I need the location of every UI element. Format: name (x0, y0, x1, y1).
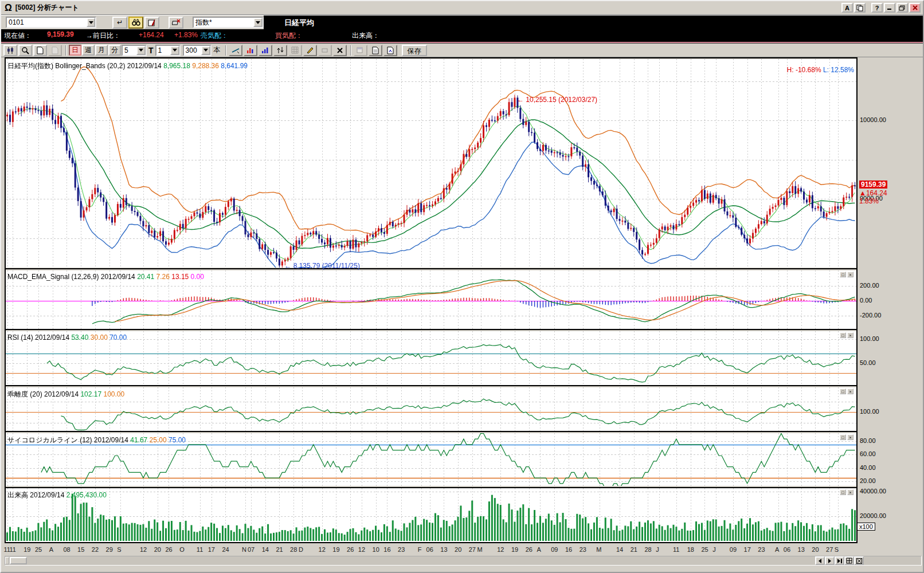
rsi-panel-restore-button[interactable]: □ (840, 332, 846, 338)
load-page-button[interactable] (383, 45, 397, 56)
x-tick: 22 (92, 546, 99, 553)
horizontal-scrollbar[interactable] (5, 556, 922, 566)
panel-close-button[interactable] (854, 556, 864, 565)
app-icon: Ω (5, 3, 12, 13)
x-tick: M (477, 546, 483, 553)
x-tick: 16 (565, 546, 572, 553)
sort-arrows-button[interactable] (273, 45, 287, 56)
save-button[interactable]: 保存 (402, 45, 427, 56)
title-bar: Ω [5002] 分析チャート A ? (1, 1, 923, 15)
x-tick: 12 (497, 546, 504, 553)
x-tick: 14 (616, 546, 623, 553)
x-tick: 25 (35, 546, 42, 553)
chevron-down-icon[interactable] (136, 46, 146, 55)
x-tick: 27 (469, 546, 476, 553)
period-week-button[interactable]: 週 (82, 45, 95, 56)
page-copy-button[interactable] (48, 45, 62, 56)
bollinger-lower-value: 8,641.99 (221, 62, 248, 70)
psych-panel-restore-button[interactable]: □ (840, 434, 846, 440)
rsi-panel-header: RSI (14) 2012/09/14 53.40 30.00 70.00 (7, 333, 127, 342)
x-tick: 28 (290, 546, 297, 553)
rsi-value: 53.40 (71, 333, 88, 342)
x-tick: 28 (644, 546, 651, 553)
scroll-right-button[interactable] (825, 556, 835, 565)
low-pct: L: 12.58% (823, 66, 854, 74)
font-button[interactable]: A (841, 3, 853, 13)
interval-select[interactable]: 5 (122, 45, 147, 56)
low-annotation: ← 8,135.79 (2011/11/25) (284, 262, 360, 270)
minimize-button[interactable] (884, 3, 895, 13)
rsi-panel-close-button[interactable]: × (847, 332, 853, 338)
volume-panel-close-button[interactable]: × (847, 489, 853, 495)
close-button[interactable] (909, 3, 921, 13)
candlestick-mode-button[interactable] (3, 45, 17, 56)
symbol-code-combo[interactable] (6, 17, 96, 28)
indicator-red-button[interactable] (244, 45, 257, 56)
kairi-panel-restore-button[interactable]: □ (840, 388, 846, 394)
x-tick: 18 (687, 546, 694, 553)
x-tick: J (712, 546, 716, 553)
x-tick: 07 (248, 546, 255, 553)
divider (5, 329, 858, 330)
volume-unit-label: x100 (857, 523, 875, 531)
grid-toggle-button[interactable] (844, 556, 854, 565)
bars-select[interactable]: 300 (183, 45, 212, 56)
chevron-down-icon[interactable] (87, 18, 95, 27)
high-pct: H: -10.68% (787, 66, 821, 74)
macd-panel-close-button[interactable]: × (847, 272, 853, 277)
scrollbar-thumb[interactable] (10, 557, 27, 564)
scroll-left-button[interactable] (815, 556, 825, 565)
enter-button[interactable]: ↵ (112, 17, 127, 29)
indicator-blue-button[interactable] (259, 45, 272, 56)
volume-panel-restore-button[interactable]: □ (840, 489, 846, 495)
tick-select[interactable]: 1 (155, 45, 181, 56)
copy-icon (856, 5, 863, 11)
x-tick: 21 (276, 546, 283, 553)
x-tick: 10 (373, 546, 379, 553)
divider (5, 542, 858, 543)
y-tick: 10000.00 (860, 116, 886, 123)
macd-panel-restore-button[interactable]: □ (840, 272, 846, 277)
x-tick: D (299, 546, 303, 553)
chevron-down-icon[interactable] (253, 18, 263, 27)
copy-window-button[interactable] (854, 3, 866, 13)
grid-button[interactable] (288, 45, 302, 56)
period-minute-button[interactable]: 分 (108, 45, 121, 56)
trendline-button[interactable] (229, 45, 242, 56)
high-annotation: ← 10,255.15 (2012/03/27) (517, 96, 597, 104)
memo-button[interactable] (144, 17, 159, 29)
symbol-code-input[interactable] (9, 18, 87, 26)
chevron-down-icon[interactable] (201, 46, 210, 55)
scroll-to-end-button[interactable] (835, 556, 844, 565)
new-page-button[interactable] (33, 45, 47, 56)
x-tick: 23 (758, 546, 765, 553)
psych-panel-close-button[interactable]: × (847, 434, 853, 440)
kairi-chart-canvas[interactable] (6, 387, 856, 431)
histogram-blue-icon (261, 46, 269, 54)
scrollbar-grip[interactable] (5, 557, 9, 564)
price-chart-canvas[interactable] (6, 59, 856, 268)
kairi-panel-close-button[interactable]: × (847, 388, 853, 394)
psych-value: 41.67 (130, 436, 147, 444)
erase-button[interactable] (318, 45, 332, 56)
clear-drawing-button[interactable] (169, 17, 183, 29)
rsi-chart-canvas[interactable] (6, 331, 856, 385)
period-month-button[interactable]: 月 (95, 45, 108, 56)
magnifier-icon (21, 46, 29, 54)
help-button[interactable]: ? (871, 3, 883, 13)
chevron-down-icon[interactable] (170, 46, 179, 55)
period-day-button[interactable]: 日 (69, 45, 81, 56)
psych-high-value: 75.00 (169, 436, 186, 444)
candlestick-icon (6, 46, 14, 54)
chart-toolbar: 日 週 月 分 5 T 1 300 本 (1, 44, 923, 57)
window-layout-button[interactable] (354, 45, 367, 56)
delete-button[interactable] (333, 45, 347, 56)
volume-chart-canvas[interactable] (6, 488, 856, 542)
restore-button[interactable] (896, 3, 908, 13)
pencil-icon (306, 46, 314, 54)
save-page-button[interactable] (369, 45, 382, 56)
zoom-button[interactable] (18, 45, 32, 56)
search-binoculars-button[interactable] (128, 17, 143, 29)
draw-pencil-button[interactable] (303, 45, 317, 56)
market-select[interactable]: 指数* (193, 17, 264, 28)
